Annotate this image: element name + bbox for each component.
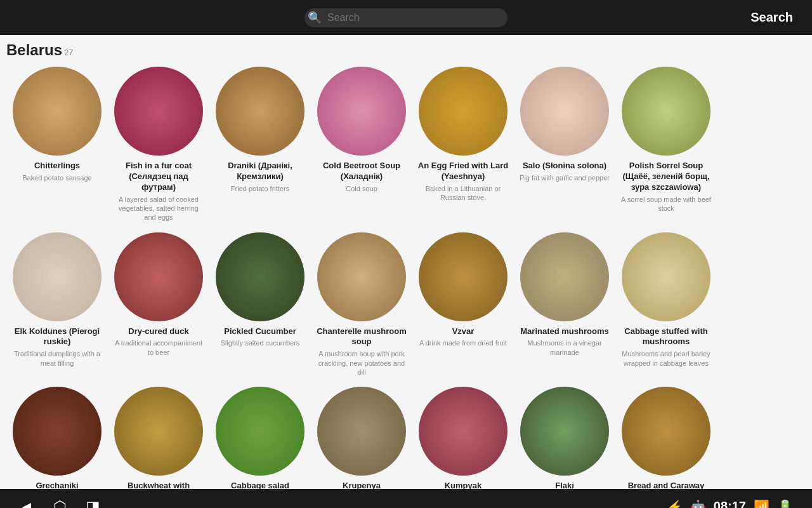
food-name-grechaniki: Grechaniki (36, 481, 78, 489)
food-item-vzvar[interactable]: VzvarA drink made from dried fruit (412, 230, 514, 385)
food-item-bread-caraway[interactable]: Bread and Caraway (615, 384, 717, 489)
wifi-icon: 📶 (754, 499, 769, 509)
food-item-dry-duck[interactable]: Dry-cured duckA traditional accompanimen… (108, 230, 209, 385)
food-desc-egg-lard: Baked in a Lithuanian or Russian stove. (417, 184, 509, 203)
back-button[interactable]: ◄ (19, 498, 34, 509)
food-image-pickled-cucumber (216, 232, 304, 321)
food-grid: ChitterlingsBaked potato sausageFish in … (6, 64, 806, 489)
food-item-krupenya[interactable]: Krupenya (311, 384, 412, 489)
food-name-bread-caraway: Bread and Caraway (628, 481, 705, 489)
food-image-marinated-mushrooms (520, 232, 609, 321)
food-name-salo: Salo (Słonina solona) (523, 161, 606, 171)
food-image-draniki (216, 67, 304, 156)
food-image-salo (520, 67, 609, 156)
food-item-polish-sorrel[interactable]: Polish Sorrel Soup (Щаёё, зеленій борщ, … (615, 64, 717, 230)
food-image-krupenya (317, 387, 406, 476)
country-count: 27 (64, 48, 73, 57)
food-image-elk-koldunes (13, 232, 102, 321)
food-name-pickled-cucumber: Pickled Cucumber (224, 326, 296, 337)
food-name-chitterlings: Chitterlings (34, 161, 80, 171)
food-desc-vzvar: A drink made from dried fruit (419, 338, 507, 347)
food-desc-draniki: Fried potato fritters (231, 184, 289, 193)
food-name-vzvar: Vzvar (452, 326, 475, 337)
food-image-chitterlings (13, 67, 102, 156)
food-desc-polish-sorrel: A sorrel soup made with beef stock (620, 195, 712, 213)
food-name-cabbage-stuffed: Cabbage stuffed with mushrooms (620, 326, 712, 348)
food-image-buckwheat (114, 387, 203, 476)
food-item-grechaniki[interactable]: GrechanikiStuffed pancakes (6, 384, 108, 489)
food-desc-pickled-cucumber: Slightly salted cucumbers (221, 338, 300, 347)
food-image-kumpyak (419, 387, 508, 476)
food-name-cabbage-salad: Cabbage salad (231, 481, 289, 489)
food-image-cold-beetroot (317, 67, 406, 156)
food-item-flaki[interactable]: Flaki (514, 384, 615, 489)
food-image-polish-sorrel (622, 67, 710, 156)
food-image-bread-caraway (622, 387, 710, 476)
food-item-cabbage-stuffed[interactable]: Cabbage stuffed with mushroomsMushrooms … (615, 230, 717, 385)
food-image-flaki (520, 387, 609, 476)
food-item-marinated-mushrooms[interactable]: Marinated mushroomsMushrooms in a vinega… (514, 230, 615, 385)
food-desc-salo: Pig fat with garlic and pepper (520, 173, 610, 182)
food-image-grechaniki (13, 387, 102, 476)
food-item-egg-lard[interactable]: An Egg Fried with Lard (Yaeshnya)Baked i… (412, 64, 514, 230)
food-desc-chitterlings: Baked potato sausage (22, 173, 91, 182)
top-bar: 🔍 Search (0, 0, 812, 35)
food-item-fish-fur-coat[interactable]: Fish in a fur coat (Селядзец пад футрам)… (108, 64, 209, 230)
search-input[interactable] (304, 8, 508, 27)
clock: 08:17 (714, 499, 746, 508)
main-content: Belarus 27 ChitterlingsBaked potato saus… (0, 35, 812, 489)
food-name-polish-sorrel: Polish Sorrel Soup (Щаёё, зеленій борщ, … (620, 161, 712, 193)
food-image-fish-fur-coat (114, 67, 203, 156)
food-name-egg-lard: An Egg Fried with Lard (Yaeshnya) (417, 161, 509, 182)
food-item-elk-koldunes[interactable]: Elk Koldunes (Pierogi ruskie)Traditional… (6, 230, 108, 385)
food-image-chanterelle (317, 232, 406, 321)
food-image-vzvar (419, 232, 508, 321)
food-desc-dry-duck: A traditional accompaniment to beer (113, 338, 204, 357)
food-image-egg-lard (419, 67, 508, 156)
food-item-salo[interactable]: Salo (Słonina solona)Pig fat with garlic… (514, 64, 615, 230)
food-desc-fish-fur-coat: A layered salad of cooked vegetables, sa… (113, 195, 204, 222)
food-item-chitterlings[interactable]: ChitterlingsBaked potato sausage (6, 64, 108, 230)
food-desc-marinated-mushrooms: Mushrooms in a vinegar marinade (519, 338, 610, 357)
food-item-cold-beetroot[interactable]: Cold Beetroot Soup (Халаднік)Cold soup (311, 64, 412, 230)
country-header: Belarus 27 (6, 41, 806, 59)
food-desc-cabbage-stuffed: Mushrooms and pearl barley wrapped in ca… (620, 349, 712, 368)
battery-icon: 🔋 (777, 499, 793, 509)
food-name-buckwheat: Buckwheat with (128, 481, 190, 489)
food-image-cabbage-stuffed (622, 232, 710, 321)
food-item-draniki[interactable]: Draniki (Дранікі, Кремзлики)Fried potato… (209, 64, 311, 230)
search-button[interactable]: Search (750, 10, 793, 25)
food-image-cabbage-salad (216, 387, 304, 476)
recent-apps-button[interactable]: ◨ (86, 498, 100, 509)
food-name-kumpyak: Kumpyak (445, 481, 482, 489)
food-name-elk-koldunes: Elk Koldunes (Pierogi ruskie) (11, 326, 103, 348)
food-name-fish-fur-coat: Fish in a fur coat (Селядзец пад футрам) (113, 161, 204, 193)
food-name-dry-duck: Dry-cured duck (128, 326, 188, 337)
food-name-draniki: Draniki (Дранікі, Кремзлики) (214, 161, 306, 182)
food-item-buckwheat[interactable]: Buckwheat with (108, 384, 209, 489)
food-name-cold-beetroot: Cold Beetroot Soup (Халаднік) (316, 161, 407, 182)
food-desc-elk-koldunes: Traditional dumplings with a meat fillin… (11, 349, 103, 368)
android-icon: 🤖 (690, 499, 706, 509)
food-desc-cold-beetroot: Cold soup (346, 184, 377, 193)
food-item-chanterelle[interactable]: Chanterelle mushroom soupA mushroom soup… (311, 230, 412, 385)
food-name-marinated-mushrooms: Marinated mushrooms (520, 326, 608, 337)
food-name-flaki: Flaki (555, 481, 574, 489)
usb-icon: ⚡ (667, 499, 683, 509)
food-desc-chanterelle: A mushroom soup with pork crackling, new… (316, 349, 407, 377)
bottom-bar: ◄ ⬡ ◨ ⚡ 🤖 08:17 📶 🔋 (0, 489, 812, 508)
food-name-chanterelle: Chanterelle mushroom soup (316, 326, 407, 348)
country-name: Belarus (6, 41, 62, 59)
home-button[interactable]: ⬡ (53, 498, 67, 509)
food-item-pickled-cucumber[interactable]: Pickled CucumberSlightly salted cucumber… (209, 230, 311, 385)
food-name-krupenya: Krupenya (343, 481, 381, 489)
food-item-cabbage-salad[interactable]: Cabbage salad (209, 384, 311, 489)
status-icons: ⚡ 🤖 08:17 📶 🔋 (667, 499, 793, 509)
food-image-dry-duck (114, 232, 203, 321)
food-item-kumpyak[interactable]: Kumpyak (412, 384, 514, 489)
